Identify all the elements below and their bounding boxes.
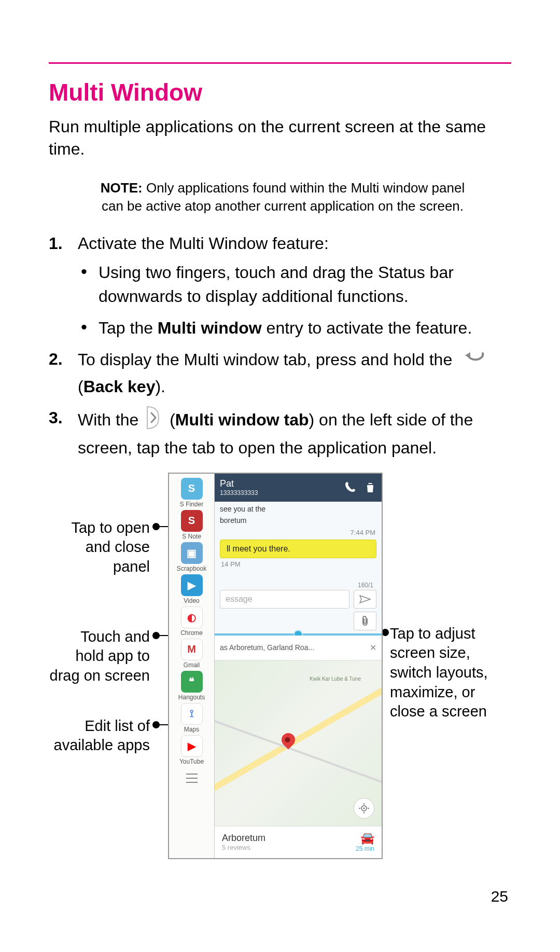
- place-name: Arboretum: [222, 833, 265, 844]
- mw-app-item[interactable]: MGmail: [174, 639, 210, 669]
- app-label: Scrapbook: [177, 565, 206, 572]
- map-canvas[interactable]: Kwik Kar Lube & Tune: [215, 660, 382, 826]
- clear-icon[interactable]: ✕: [370, 643, 376, 653]
- place-reviews: 5 reviews: [222, 844, 265, 851]
- app-label: Chrome: [180, 629, 203, 637]
- panel-edit-icon[interactable]: [184, 769, 200, 785]
- msg-time-right: 7:44 PM: [215, 528, 382, 537]
- msg-bubble: ll meet you there.: [220, 540, 376, 558]
- app-label: S Finder: [180, 501, 203, 508]
- app-label: Maps: [184, 726, 199, 733]
- app-icon: ▶: [181, 735, 203, 757]
- step1-bullet1: Using two fingers, touch and drag the St…: [78, 260, 511, 309]
- page-number: 25: [491, 888, 508, 905]
- place-info-bar[interactable]: Arboretum 5 reviews 🚘 25 min: [215, 826, 382, 858]
- app-icon: ▶: [181, 574, 203, 596]
- delete-icon[interactable]: [364, 481, 376, 494]
- send-button[interactable]: [354, 590, 376, 609]
- steps-list: Activate the Multi Window feature: Using…: [49, 231, 511, 460]
- callout-edit: Edit list of available apps: [49, 716, 150, 755]
- map-poi-label: Kwik Kar Lube & Tune: [310, 676, 361, 682]
- multiwindow-tab-icon: [146, 406, 162, 436]
- step-3: With the (Multi window tab) on the left …: [49, 406, 511, 460]
- callout-drag: Touch and hold app to drag on screen: [49, 627, 150, 686]
- app-label: Hangouts: [178, 694, 205, 701]
- note-text: Only applications found within the Multi…: [102, 180, 465, 214]
- mw-app-item[interactable]: ▶Video: [174, 574, 210, 604]
- message-input[interactable]: essage: [220, 590, 349, 609]
- note-block: NOTE: Only applications found within the…: [49, 179, 511, 215]
- msg-time-left: 14 PM: [215, 558, 382, 570]
- mw-app-item[interactable]: ⟟Maps: [174, 703, 210, 733]
- messages-pane[interactable]: Pat 13333333333 see you at the boretum 7…: [215, 474, 382, 633]
- app-icon: ▣: [181, 542, 203, 564]
- step1-bullet2: Tap the Multi window entry to activate t…: [78, 316, 511, 340]
- char-count: 160/1: [220, 582, 376, 589]
- directions-icon[interactable]: 🚘: [356, 832, 374, 845]
- app-icon: S: [181, 510, 203, 532]
- app-icon: M: [181, 639, 203, 660]
- mw-app-item[interactable]: SS Finder: [174, 478, 210, 508]
- contact-number: 13333333333: [220, 489, 337, 496]
- app-icon: ◐: [181, 606, 203, 628]
- mw-app-item[interactable]: ▣Scrapbook: [174, 542, 210, 572]
- section-intro: Run multiple applications on the current…: [49, 116, 511, 160]
- map-road: [215, 717, 382, 810]
- multiwindow-panel[interactable]: SS FinderSS Note▣Scrapbook▶Video◐ChromeM…: [169, 474, 215, 858]
- step-2: To display the Multi window tab, press a…: [49, 347, 511, 398]
- phone-screenshot: SS FinderSS Note▣Scrapbook▶Video◐ChromeM…: [168, 473, 383, 859]
- app-label: YouTube: [179, 758, 204, 765]
- maps-search-bar[interactable]: as Arboretum, Garland Roa... ✕: [215, 636, 382, 660]
- app-icon: ⟟: [181, 703, 203, 725]
- section-heading: Multi Window: [49, 78, 511, 106]
- callout-adjust: Tap to adjust screen size, switch layout…: [390, 624, 511, 722]
- contact-name: Pat: [220, 478, 337, 489]
- msg-input-area: 160/1 essage: [215, 578, 382, 633]
- mw-app-item[interactable]: ◐Chrome: [174, 606, 210, 637]
- app-label: Video: [184, 597, 199, 604]
- app-label: Gmail: [184, 661, 200, 669]
- diagram: Tap to open and close panel Touch and ho…: [49, 473, 511, 872]
- maps-pane[interactable]: as Arboretum, Garland Roa... ✕ Kwik Kar …: [215, 636, 382, 858]
- mw-app-item[interactable]: ▶YouTube: [174, 735, 210, 765]
- svg-point-1: [363, 807, 365, 809]
- back-key-icon: [460, 347, 489, 374]
- step-1: Activate the Multi Window feature: Using…: [49, 231, 511, 340]
- messages-header: Pat 13333333333: [215, 474, 382, 502]
- step1-intro: Activate the Multi Window feature:: [78, 234, 329, 253]
- section-rule: [49, 62, 511, 64]
- my-location-button[interactable]: [354, 798, 374, 819]
- callout-open-close: Tap to open and close panel: [49, 518, 150, 577]
- call-icon[interactable]: [344, 481, 357, 494]
- app-icon: ❝: [181, 671, 203, 693]
- app-label: S Note: [182, 533, 201, 540]
- mw-app-item[interactable]: ❝Hangouts: [174, 671, 210, 701]
- msg-line2: boretum: [215, 513, 382, 528]
- eta-text: 25 min: [356, 845, 374, 852]
- step1-bullets: Using two fingers, touch and drag the St…: [78, 260, 511, 340]
- mw-app-item[interactable]: SS Note: [174, 510, 210, 540]
- attach-button[interactable]: [354, 612, 376, 630]
- app-icon: S: [181, 478, 203, 500]
- maps-search-text: as Arboretum, Garland Roa...: [220, 643, 365, 652]
- note-label: NOTE:: [101, 180, 143, 196]
